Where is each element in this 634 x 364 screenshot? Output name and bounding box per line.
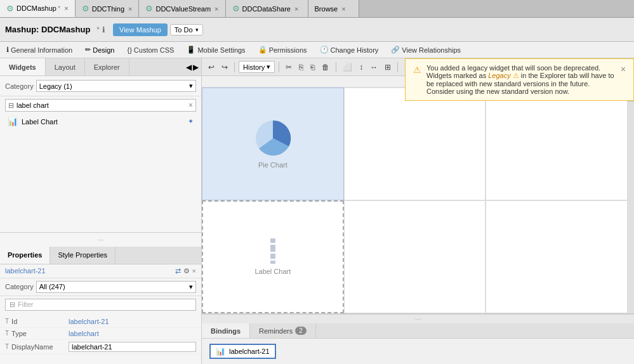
- tab-close-ddcmashup[interactable]: ×: [64, 4, 68, 12]
- layout-tab[interactable]: Layout: [46, 58, 85, 75]
- reminders-tab[interactable]: Reminders 2: [250, 323, 316, 338]
- bindings-tab[interactable]: Bindings: [202, 323, 250, 338]
- props-share-icon[interactable]: ⇄: [175, 267, 181, 275]
- binding-item[interactable]: 📊 labelchart-21: [209, 344, 276, 359]
- align-horiz-button[interactable]: ↔: [367, 62, 380, 73]
- history-dropdown[interactable]: History ▾: [239, 61, 275, 73]
- props-filter-placeholder: Filter: [18, 301, 33, 308]
- props-category-value: All (247): [39, 283, 65, 290]
- nav-custom-css[interactable]: {} Custom CSS: [124, 46, 176, 54]
- nav-change-history[interactable]: 🕐 Change History: [317, 46, 381, 54]
- canvas-grid[interactable]: Pie Chart: [202, 76, 628, 313]
- mobile-nav-icon: 📱: [187, 46, 195, 54]
- tab-close-ddcdatashare[interactable]: ×: [294, 5, 298, 13]
- tab-close-ddcthing[interactable]: ×: [128, 5, 132, 13]
- bottom-panel-resize[interactable]: ···: [202, 314, 634, 323]
- search-input[interactable]: label chart: [17, 101, 188, 109]
- list-item-label-chart[interactable]: 📊 Label Chart ✦: [0, 114, 201, 129]
- delete-button[interactable]: 🗑: [319, 62, 332, 73]
- search-row: ⊟ label chart ×: [5, 99, 196, 112]
- props-settings-icon[interactable]: ⚙: [183, 267, 190, 275]
- alert-message: You added a legacy widget that will soon…: [426, 64, 616, 95]
- tab-browse[interactable]: Browse ×: [308, 0, 359, 17]
- prop-type-icon-id: T: [5, 318, 9, 325]
- prop-row-id: T Id labelchart-21: [0, 316, 201, 328]
- prop-input-displayname[interactable]: labelchart-21: [69, 342, 196, 352]
- tab-ddcthing[interactable]: ⚙ DDCThing ×: [76, 0, 140, 17]
- copy-button[interactable]: ⎘: [296, 62, 306, 73]
- explorer-tab[interactable]: Explorer: [85, 58, 129, 75]
- search-clear-icon[interactable]: ×: [188, 101, 193, 110]
- tab-close-browse[interactable]: ×: [341, 5, 345, 13]
- tab-ddcmashup[interactable]: ⚙ DDCMashup * ×: [0, 0, 76, 17]
- style-properties-tab[interactable]: Style Properties: [50, 247, 116, 264]
- info-icon[interactable]: ℹ: [102, 25, 105, 34]
- canvas-cell-5[interactable]: [344, 200, 486, 313]
- canvas-cell-2[interactable]: [344, 88, 486, 200]
- props-close-icon[interactable]: ×: [192, 267, 196, 275]
- canvas-cell-6[interactable]: [485, 200, 628, 313]
- tab-label-browse: Browse: [315, 5, 338, 13]
- history-label: History: [243, 63, 265, 71]
- props-category-dropdown-icon: ▾: [189, 283, 193, 291]
- tab-close-ddcvaluestream[interactable]: ×: [215, 5, 218, 13]
- tab-icon-ddcvaluestream: ⚙: [145, 4, 153, 13]
- category-select[interactable]: Legacy (1) ▾: [36, 80, 196, 92]
- grid-view-button[interactable]: ⬜: [340, 62, 355, 73]
- right-arrow-icon: ▶: [193, 63, 199, 72]
- layout-button[interactable]: ⊞: [382, 62, 393, 73]
- prop-type-icon-displayname: T: [5, 343, 9, 350]
- left-arrow-icon: ◀: [186, 63, 192, 72]
- align-vert-button[interactable]: ↕: [357, 62, 366, 73]
- widget-tabs: Widgets Layout Explorer ◀ ▶: [0, 58, 201, 76]
- props-filter-row[interactable]: ⊟ Filter: [5, 299, 196, 311]
- label-chart-icon: [270, 238, 275, 264]
- nav-design[interactable]: ✏ Design: [83, 46, 117, 54]
- alert-warn-icon: ⚠: [513, 72, 519, 79]
- toolbar-separator-2: [279, 62, 279, 72]
- panel-resize-handle[interactable]: ···: [0, 232, 201, 247]
- toolbar-separator-4: [397, 62, 398, 72]
- prop-key-id: T Id: [5, 318, 69, 325]
- nav-mobile-settings[interactable]: 📱 Mobile Settings: [184, 46, 248, 54]
- add-widget-icon[interactable]: ✦: [188, 117, 194, 126]
- panel-collapse-arrows[interactable]: ◀ ▶: [183, 58, 201, 75]
- nav-general-info[interactable]: ℹ General Information: [4, 46, 75, 54]
- tab-modified-ddcmashup: *: [58, 4, 60, 12]
- canvas-cell-pie-chart[interactable]: Pie Chart: [202, 88, 344, 200]
- paste-button[interactable]: ⎗: [308, 62, 317, 73]
- label-chart-list-icon: 📊: [8, 117, 18, 126]
- props-category-row: Category All (247) ▾: [0, 278, 201, 296]
- tab-ddcdatashare[interactable]: ⚙ DDCDataShare ×: [226, 0, 308, 17]
- cut-button[interactable]: ✂: [283, 62, 294, 73]
- prop-key-type: T Type: [5, 330, 69, 337]
- right-scrollbar[interactable]: [628, 76, 634, 313]
- redo-button[interactable]: ↪: [219, 62, 230, 73]
- properties-tab[interactable]: Properties: [0, 247, 50, 264]
- tab-ddcvaluestream[interactable]: ⚙ DDCValueStream ×: [139, 0, 225, 17]
- props-category-select[interactable]: All (247) ▾: [36, 281, 196, 293]
- canvas-container: ▲ Pie Chart: [202, 76, 634, 364]
- alert-close-button[interactable]: ×: [621, 64, 626, 74]
- canvas-cell-label-chart[interactable]: Label Chart: [202, 200, 344, 313]
- prop-row-displayname: T DisplayName labelchart-21: [0, 340, 201, 354]
- tab-icon-ddcthing: ⚙: [82, 4, 89, 13]
- prop-val-id: labelchart-21: [69, 318, 196, 325]
- info-nav-icon: ℹ: [6, 46, 9, 54]
- nav-view-relationships[interactable]: 🔗 View Relationships: [388, 46, 463, 54]
- category-label: Category: [5, 82, 34, 90]
- category-row: Category Legacy (1) ▾: [0, 76, 201, 96]
- widgets-tab[interactable]: Widgets: [0, 58, 46, 75]
- props-widget-name-row: labelchart-21 ⇄ ⚙ ×: [0, 264, 201, 278]
- label-chart-list-label: Label Chart: [22, 118, 58, 126]
- widget-panel: Widgets Layout Explorer ◀ ▶ Category Leg…: [0, 58, 202, 364]
- props-category-label: Category: [5, 283, 34, 290]
- binding-item-label: labelchart-21: [229, 348, 270, 355]
- view-mashup-button[interactable]: View Mashup: [113, 23, 168, 36]
- category-dropdown-icon: ▾: [189, 82, 193, 90]
- undo-button[interactable]: ↩: [206, 62, 217, 73]
- canvas-cell-3[interactable]: [485, 88, 628, 200]
- relationships-nav-icon: 🔗: [391, 46, 400, 54]
- nav-permissions[interactable]: 🔒 Permissions: [256, 46, 310, 54]
- todo-dropdown[interactable]: To Do ▾: [170, 24, 203, 36]
